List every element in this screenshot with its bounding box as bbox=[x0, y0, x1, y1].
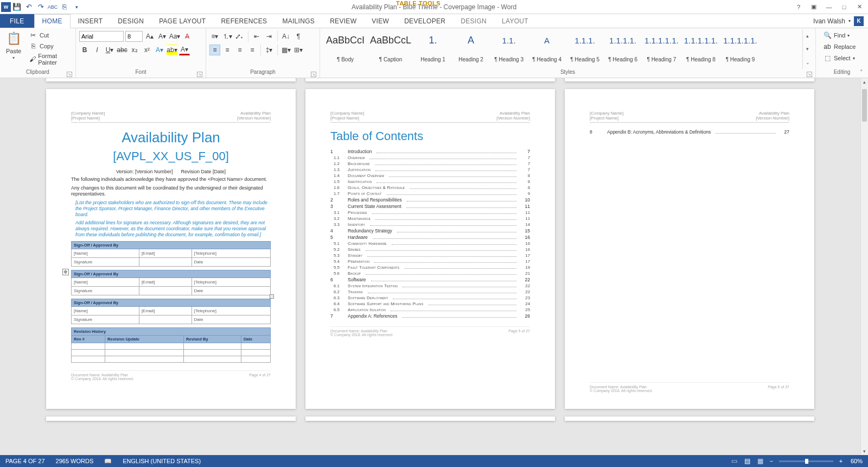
font-color-icon[interactable]: A▾ bbox=[179, 45, 190, 55]
format-painter-icon: 🖌 bbox=[29, 55, 36, 64]
tab-table-design[interactable]: DESIGN bbox=[453, 14, 494, 28]
styles-row-up-icon[interactable]: ▴ bbox=[803, 29, 812, 42]
paragraph-dialog-launcher[interactable]: ↘ bbox=[311, 72, 316, 77]
font-size-select[interactable] bbox=[125, 31, 143, 42]
numbering-icon[interactable]: ⒈▾ bbox=[222, 31, 233, 42]
underline-icon[interactable]: U▾ bbox=[104, 45, 115, 55]
grow-font-icon[interactable]: A▴ bbox=[144, 31, 155, 42]
find-button[interactable]: 🔍Find ▾ bbox=[821, 30, 857, 40]
strikethrough-icon[interactable]: abc bbox=[117, 45, 127, 55]
style-item[interactable]: AaBbCcL¶ Caption bbox=[367, 29, 414, 64]
group-font: A▴ A▾ Aa▾ A̶ B I U▾ abc x₂ x² A▾ ab▾ A▾ … bbox=[76, 28, 206, 78]
clipboard-dialog-launcher[interactable]: ↘ bbox=[67, 72, 72, 77]
decrease-indent-icon[interactable]: ⇤ bbox=[251, 31, 262, 42]
spelling-icon[interactable]: ABC bbox=[47, 1, 59, 13]
bold-icon[interactable]: B bbox=[79, 45, 90, 55]
tab-design[interactable]: DESIGN bbox=[110, 14, 151, 28]
justify-icon[interactable]: ≡ bbox=[247, 45, 258, 55]
redo-icon[interactable]: ↷ bbox=[35, 1, 47, 13]
tab-home[interactable]: HOME bbox=[34, 14, 71, 28]
maximize-icon[interactable]: □ bbox=[838, 2, 851, 12]
help-icon[interactable]: ? bbox=[792, 2, 805, 12]
user-badge: K bbox=[854, 16, 864, 26]
text-effects-icon[interactable]: A▾ bbox=[154, 45, 165, 55]
italic-icon[interactable]: I bbox=[92, 45, 103, 55]
tab-review[interactable]: REVIEW bbox=[322, 14, 364, 28]
superscript-icon[interactable]: x² bbox=[142, 45, 152, 55]
style-item[interactable]: AHeading 2 bbox=[452, 29, 490, 64]
clear-formatting-icon[interactable]: A̶ bbox=[182, 31, 193, 42]
subscript-icon[interactable]: x₂ bbox=[129, 45, 140, 55]
style-item[interactable]: 1.1.1.1.¶ Heading 6 bbox=[604, 29, 642, 64]
sort-icon[interactable]: A↓ bbox=[280, 31, 291, 42]
multilevel-list-icon[interactable]: ⑇▾ bbox=[234, 31, 245, 42]
qat-customize-icon[interactable]: ▾ bbox=[71, 1, 82, 13]
title-bar: W 💾 ↶ ↷ ABC ⎘ ▾ Availability Plan - Blue… bbox=[0, 0, 868, 14]
tab-mailings[interactable]: MAILINGS bbox=[275, 14, 322, 28]
cut-icon: ✂ bbox=[29, 31, 37, 40]
paste-button[interactable]: 📋 Paste ▾ bbox=[3, 29, 24, 61]
styles-expand-icon[interactable]: ⌄ bbox=[803, 56, 812, 69]
quick-access-toolbar: W 💾 ↶ ↷ ABC ⎘ ▾ bbox=[0, 1, 82, 13]
style-item[interactable]: 1.1.1.1.1.¶ Heading 7 bbox=[642, 29, 681, 64]
align-center-icon[interactable]: ≡ bbox=[222, 45, 233, 55]
replace-button[interactable]: abReplace bbox=[821, 42, 857, 52]
increase-indent-icon[interactable]: ⇥ bbox=[264, 31, 275, 42]
select-button[interactable]: ⬚Select ▾ bbox=[821, 53, 857, 63]
font-name-select[interactable] bbox=[79, 31, 124, 42]
align-right-icon[interactable]: ≡ bbox=[234, 45, 245, 55]
copy-button[interactable]: ⎘Copy bbox=[27, 41, 72, 51]
tab-references[interactable]: REFERENCES bbox=[213, 14, 275, 28]
styles-gallery[interactable]: AaBbCcI¶ BodyAaBbCcL¶ Caption1.Heading 1… bbox=[323, 29, 799, 64]
paste-icon: 📋 bbox=[5, 30, 22, 47]
find-icon: 🔍 bbox=[823, 31, 832, 40]
style-item[interactable]: A¶ Heading 4 bbox=[528, 29, 566, 64]
style-item[interactable]: 1.1.1.1.1.¶ Heading 9 bbox=[720, 29, 760, 64]
change-case-icon[interactable]: Aa▾ bbox=[169, 31, 180, 42]
collapse-ribbon-icon[interactable]: ˄ bbox=[857, 68, 866, 77]
show-marks-icon[interactable]: ¶ bbox=[293, 31, 304, 42]
style-item[interactable]: 1.1.1.1.1.¶ Heading 8 bbox=[681, 29, 721, 64]
table-tools-label: TABLE TOOLS bbox=[396, 0, 441, 7]
style-item[interactable]: AaBbCcI¶ Body bbox=[323, 29, 367, 64]
tab-view[interactable]: VIEW bbox=[364, 14, 397, 28]
bullets-icon[interactable]: ≡▾ bbox=[209, 31, 220, 42]
tab-table-layout[interactable]: LAYOUT bbox=[494, 14, 536, 28]
format-painter-button[interactable]: 🖌Format Painter bbox=[27, 52, 72, 66]
styles-row-down-icon[interactable]: ▾ bbox=[803, 42, 812, 55]
tab-developer[interactable]: DEVELOPER bbox=[397, 14, 453, 28]
font-dialog-launcher[interactable]: ↘ bbox=[197, 72, 202, 77]
close-icon[interactable]: ✕ bbox=[853, 2, 866, 12]
select-icon: ⬚ bbox=[823, 54, 832, 62]
ribbon: 📋 Paste ▾ ✂Cut ⎘Copy 🖌Format Painter Cli… bbox=[0, 28, 868, 78]
shading-icon[interactable]: ▦▾ bbox=[280, 45, 291, 55]
borders-icon[interactable]: ⊞▾ bbox=[293, 45, 304, 55]
user-account[interactable]: Ivan Walsh ▾ K bbox=[809, 14, 868, 28]
style-item[interactable]: 1.1.¶ Heading 3 bbox=[490, 29, 528, 64]
save-icon[interactable]: 💾 bbox=[11, 1, 23, 13]
copy-icon: ⎘ bbox=[29, 42, 37, 51]
highlight-icon[interactable]: ab▾ bbox=[167, 45, 177, 55]
word-icon: W bbox=[1, 2, 11, 12]
quick-print-icon[interactable]: ⎘ bbox=[59, 1, 71, 13]
ribbon-tabs: FILE HOME INSERT DESIGN PAGE LAYOUT REFE… bbox=[0, 14, 868, 28]
styles-more: ▴ ▾ ⌄ bbox=[802, 29, 812, 69]
replace-icon: ab bbox=[823, 42, 832, 51]
styles-dialog-launcher[interactable]: ↘ bbox=[807, 72, 812, 77]
style-item[interactable]: 1.Heading 1 bbox=[414, 29, 452, 64]
user-name-label: Ivan Walsh bbox=[813, 17, 845, 25]
shrink-font-icon[interactable]: A▾ bbox=[157, 31, 168, 42]
tab-page-layout[interactable]: PAGE LAYOUT bbox=[151, 14, 213, 28]
align-left-icon[interactable]: ≡ bbox=[209, 45, 220, 55]
cut-button[interactable]: ✂Cut bbox=[27, 30, 72, 40]
tab-file[interactable]: FILE bbox=[0, 14, 34, 28]
minimize-icon[interactable]: — bbox=[822, 2, 835, 12]
ribbon-display-icon[interactable]: ▣ bbox=[807, 2, 820, 12]
line-spacing-icon[interactable]: ‡▾ bbox=[264, 45, 275, 55]
undo-icon[interactable]: ↶ bbox=[23, 1, 35, 13]
group-styles: AaBbCcI¶ BodyAaBbCcL¶ Caption1.Heading 1… bbox=[320, 28, 816, 78]
group-clipboard: 📋 Paste ▾ ✂Cut ⎘Copy 🖌Format Painter Cli… bbox=[0, 28, 76, 78]
tab-insert[interactable]: INSERT bbox=[71, 14, 111, 28]
group-paragraph: ≡▾ ⒈▾ ⑇▾ ⇤ ⇥ A↓ ¶ ≡ ≡ ≡ ≡ ‡▾ ▦▾ ⊞▾ bbox=[206, 28, 320, 78]
style-item[interactable]: 1.1.1.¶ Heading 5 bbox=[566, 29, 604, 64]
